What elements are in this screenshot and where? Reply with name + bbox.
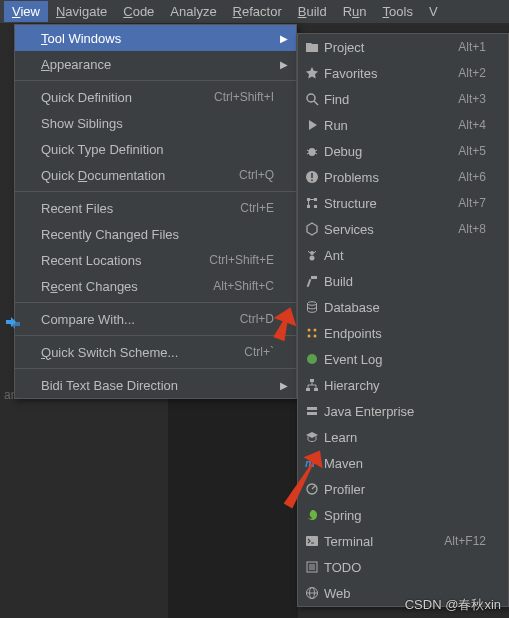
menu-shortcut: Ctrl+E: [240, 201, 274, 215]
menu-item-quick-switch-scheme-[interactable]: Quick Switch Scheme...Ctrl+`: [15, 339, 296, 365]
menubar-item-view[interactable]: View: [4, 1, 48, 22]
svg-rect-29: [306, 388, 310, 391]
bug-icon: [304, 143, 320, 159]
svg-rect-20: [311, 276, 317, 279]
submenu-item-label: Ant: [324, 248, 486, 263]
submenu-item-services[interactable]: ServicesAlt+8: [298, 216, 508, 242]
menubar-item-build[interactable]: Build: [290, 1, 335, 22]
menu-item-label: Show Siblings: [41, 116, 274, 131]
submenu-item-spring[interactable]: Spring: [298, 502, 508, 528]
submenu-item-label: Database: [324, 300, 486, 315]
db-icon: [304, 299, 320, 315]
svg-point-0: [307, 94, 315, 102]
todo-icon: [304, 559, 320, 575]
menu-item-label: Recent Changes: [41, 279, 213, 294]
menu-shortcut: Ctrl+Q: [239, 168, 274, 182]
menu-separator: [15, 80, 296, 81]
menu-shortcut: Alt+Shift+C: [213, 279, 274, 293]
menu-item-recent-changes[interactable]: Recent ChangesAlt+Shift+C: [15, 273, 296, 299]
watermark: CSDN @春秋xin: [405, 596, 501, 614]
svg-point-26: [314, 335, 317, 338]
svg-point-23: [308, 329, 311, 332]
menu-item-recently-changed-files[interactable]: Recently Changed Files: [15, 221, 296, 247]
star-icon: [304, 65, 320, 81]
svg-line-6: [315, 153, 317, 154]
submenu-item-label: Build: [324, 274, 486, 289]
menu-shortcut: Alt+8: [458, 222, 486, 236]
menu-item-label: Recent Locations: [41, 253, 209, 268]
menu-shortcut: Ctrl+D: [240, 312, 274, 326]
menu-item-bidi-text-base-direction[interactable]: Bidi Text Base Direction▶: [15, 372, 296, 398]
alert-icon: [304, 169, 320, 185]
menu-item-recent-files[interactable]: Recent FilesCtrl+E: [15, 195, 296, 221]
menu-item-tool-windows[interactable]: Tool Windows▶: [15, 25, 296, 51]
menu-shortcut: Alt+2: [458, 66, 486, 80]
submenu-item-profiler[interactable]: Profiler: [298, 476, 508, 502]
web-icon: [304, 585, 320, 601]
menubar-item-analyze[interactable]: Analyze: [162, 1, 224, 22]
menu-item-quick-definition[interactable]: Quick DefinitionCtrl+Shift+I: [15, 84, 296, 110]
menu-item-quick-type-definition[interactable]: Quick Type Definition: [15, 136, 296, 162]
learn-icon: [304, 429, 320, 445]
menu-item-compare-with-[interactable]: Compare With...Ctrl+D: [15, 306, 296, 332]
submenu-item-learn[interactable]: Learn: [298, 424, 508, 450]
submenu-item-todo[interactable]: TODO: [298, 554, 508, 580]
menu-item-recent-locations[interactable]: Recent LocationsCtrl+Shift+E: [15, 247, 296, 273]
menubar-item-refactor[interactable]: Refactor: [225, 1, 290, 22]
submenu-item-maven[interactable]: mMaven: [298, 450, 508, 476]
submenu-item-hierarchy[interactable]: Hierarchy: [298, 372, 508, 398]
submenu-item-label: Favorites: [324, 66, 458, 81]
submenu-item-problems[interactable]: ProblemsAlt+6: [298, 164, 508, 190]
submenu-item-find[interactable]: FindAlt+3: [298, 86, 508, 112]
menu-item-appearance[interactable]: Appearance▶: [15, 51, 296, 77]
jee-icon: [304, 403, 320, 419]
svg-rect-21: [307, 279, 312, 287]
menubar-item-code[interactable]: Code: [115, 1, 162, 22]
submenu-item-label: Problems: [324, 170, 458, 185]
menu-shortcut: Ctrl+`: [244, 345, 274, 359]
svg-line-1: [314, 101, 318, 105]
submenu-item-ant[interactable]: Ant: [298, 242, 508, 268]
menubar-item-navigate[interactable]: Navigate: [48, 1, 115, 22]
submenu-item-label: Project: [324, 40, 458, 55]
menu-separator: [15, 335, 296, 336]
menu-item-quick-documentation[interactable]: Quick DocumentationCtrl+Q: [15, 162, 296, 188]
submenu-item-label: Maven: [324, 456, 486, 471]
submenu-item-label: Hierarchy: [324, 378, 486, 393]
submenu-item-label: TODO: [324, 560, 486, 575]
submenu-item-favorites[interactable]: FavoritesAlt+2: [298, 60, 508, 86]
svg-rect-11: [307, 205, 310, 208]
svg-point-2: [309, 148, 316, 156]
submenu-item-terminal[interactable]: TerminalAlt+F12: [298, 528, 508, 554]
svg-rect-28: [310, 379, 314, 382]
submenu-item-project[interactable]: ProjectAlt+1: [298, 34, 508, 60]
submenu-item-run[interactable]: RunAlt+4: [298, 112, 508, 138]
submenu-item-build[interactable]: Build: [298, 268, 508, 294]
menubar-item-tools[interactable]: Tools: [375, 1, 421, 22]
menubar-item-v[interactable]: V: [421, 1, 446, 22]
menu-shortcut: Alt+7: [458, 196, 486, 210]
submenu-item-database[interactable]: Database: [298, 294, 508, 320]
menu-item-label: Quick Definition: [41, 90, 214, 105]
menu-item-label: Bidi Text Base Direction: [41, 378, 274, 393]
menubar-item-run[interactable]: Run: [335, 1, 375, 22]
svg-rect-8: [311, 173, 313, 178]
menu-shortcut: Alt+5: [458, 144, 486, 158]
submenu-item-label: Terminal: [324, 534, 444, 549]
submenu-item-endpoints[interactable]: Endpoints: [298, 320, 508, 346]
submenu-item-java-enterprise[interactable]: Java Enterprise: [298, 398, 508, 424]
submenu-item-label: Profiler: [324, 482, 486, 497]
menu-item-show-siblings[interactable]: Show Siblings: [15, 110, 296, 136]
svg-point-27: [307, 354, 317, 364]
svg-point-17: [310, 256, 315, 261]
menu-separator: [15, 302, 296, 303]
svg-rect-30: [314, 388, 318, 391]
svg-line-19: [314, 251, 316, 253]
hammer-icon: [304, 273, 320, 289]
submenu-item-event-log[interactable]: Event Log: [298, 346, 508, 372]
submenu-item-structure[interactable]: StructureAlt+7: [298, 190, 508, 216]
menu-item-label: Recently Changed Files: [41, 227, 274, 242]
submenu-arrow-icon: ▶: [280, 380, 288, 391]
submenu-item-debug[interactable]: DebugAlt+5: [298, 138, 508, 164]
menu-separator: [15, 368, 296, 369]
